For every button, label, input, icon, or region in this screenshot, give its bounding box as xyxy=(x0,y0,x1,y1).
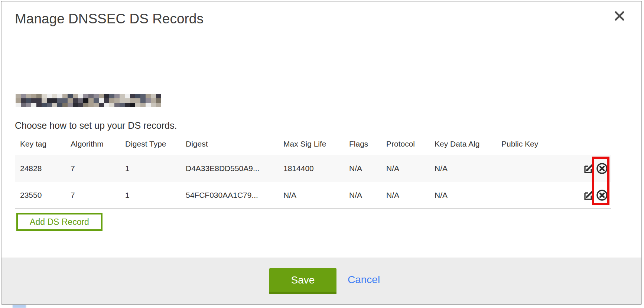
modal-footer: Save Cancel xyxy=(1,258,641,304)
manage-dnssec-modal: Manage DNSSEC DS Records Choose how to s… xyxy=(1,1,642,305)
cell-digest: D4A33E8DD550A9... xyxy=(186,164,283,173)
cancel-link[interactable]: Cancel xyxy=(348,274,380,286)
modal-title: Manage DNSSEC DS Records xyxy=(15,11,204,27)
cell-key-tag: 24828 xyxy=(15,164,71,173)
column-header-public-key: Public Key xyxy=(501,140,572,148)
table-row: 24828 7 1 D4A33E8DD550A9... 1814400 N/A … xyxy=(15,155,611,182)
cell-flags: N/A xyxy=(349,191,386,200)
row-actions xyxy=(572,189,611,201)
edit-icon[interactable] xyxy=(582,189,594,201)
column-header-protocol: Protocol xyxy=(386,140,435,148)
column-header-key-data-alg: Key Data Alg xyxy=(435,140,501,148)
cell-key-data-alg: N/A xyxy=(435,191,501,200)
cell-key-tag: 23550 xyxy=(15,191,71,200)
instruction-text: Choose how to set up your DS records. xyxy=(15,120,177,131)
close-button[interactable] xyxy=(613,10,626,23)
cell-max-sig-life: 1814400 xyxy=(283,164,349,173)
delete-circle-x-icon[interactable] xyxy=(596,163,608,174)
cell-protocol: N/A xyxy=(386,191,435,200)
table-row: 23550 7 1 54FCF030AA1C79... N/A N/A N/A … xyxy=(15,182,611,209)
table-header-row: Key tag Algorithm Digest Type Digest Max… xyxy=(15,133,611,155)
cell-digest-type: 1 xyxy=(125,191,186,200)
cell-digest: 54FCF030AA1C79... xyxy=(186,191,283,200)
delete-circle-x-icon[interactable] xyxy=(596,189,608,201)
add-ds-record-button[interactable]: Add DS Record xyxy=(16,213,103,231)
cell-algorithm: 7 xyxy=(71,191,125,200)
cell-key-data-alg: N/A xyxy=(435,164,501,173)
cell-flags: N/A xyxy=(349,164,386,173)
cell-algorithm: 7 xyxy=(71,164,125,173)
redacted-domain-name xyxy=(16,94,161,107)
cell-digest-type: 1 xyxy=(125,164,186,173)
close-icon xyxy=(615,11,624,22)
edit-icon[interactable] xyxy=(582,163,594,174)
cell-protocol: N/A xyxy=(386,164,435,173)
column-header-key-tag: Key tag xyxy=(15,140,71,148)
column-header-digest-type: Digest Type xyxy=(125,140,186,148)
column-header-algorithm: Algorithm xyxy=(71,140,125,148)
ds-records-table: Key tag Algorithm Digest Type Digest Max… xyxy=(15,133,611,209)
row-actions xyxy=(572,163,611,174)
screenshot-stage: Manage DNSSEC DS Records Choose how to s… xyxy=(0,0,644,308)
column-header-max-sig-life: Max Sig Life xyxy=(283,140,349,148)
column-header-digest: Digest xyxy=(186,140,283,148)
cell-max-sig-life: N/A xyxy=(283,191,349,200)
column-header-flags: Flags xyxy=(349,140,386,148)
save-button[interactable]: Save xyxy=(269,268,336,294)
